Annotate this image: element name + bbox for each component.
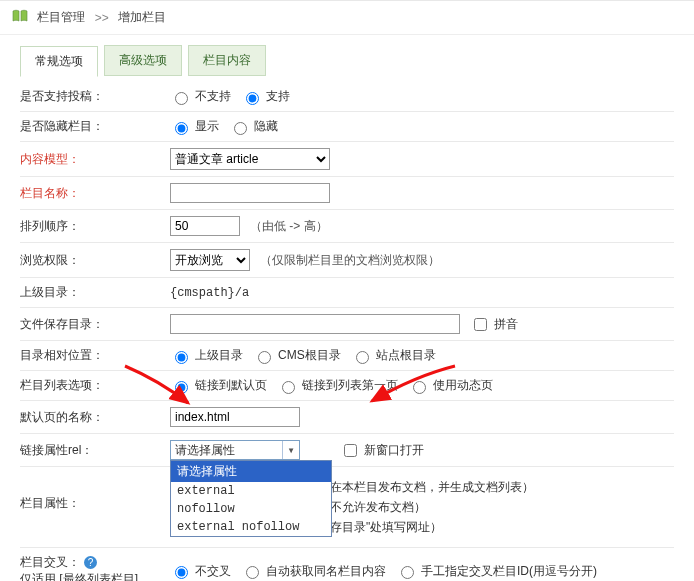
label-listopt: 栏目列表选项： <box>20 377 170 394</box>
help-icon[interactable]: ? <box>84 556 97 569</box>
label-perm: 浏览权限： <box>20 252 170 269</box>
hint-order: （由低 -> 高） <box>250 218 328 235</box>
radio-list-default[interactable]: 链接到默认页 <box>170 377 267 394</box>
radio-submit-yes[interactable]: 支持 <box>241 88 290 105</box>
breadcrumb: 栏目管理 >> 增加栏目 <box>0 1 694 35</box>
select-rel-value: 请选择属性 <box>175 442 235 459</box>
label-cross: 栏目交叉：? 仅适用 [最终列表栏目] <box>20 554 170 581</box>
attr-line-0: 在本栏目发布文档，并生成文档列表） <box>330 477 674 497</box>
label-rel: 链接属性rel： <box>20 442 170 459</box>
checkbox-pinyin[interactable]: 拼音 <box>470 315 518 334</box>
attr-line-2: 存目录"处填写网址） <box>330 517 674 537</box>
label-parent: 上级目录： <box>20 284 170 301</box>
tab-general[interactable]: 常规选项 <box>20 46 98 77</box>
input-order[interactable] <box>170 216 240 236</box>
label-cross-sub: 仅适用 [最终列表栏目] <box>20 572 138 581</box>
radio-list-dynamic[interactable]: 使用动态页 <box>408 377 493 394</box>
rel-opt-external[interactable]: external <box>171 482 331 500</box>
label-model: 内容模型： <box>20 151 170 168</box>
radio-dirpos-parent[interactable]: 上级目录 <box>170 347 243 364</box>
select-rel[interactable]: 请选择属性 ▾ <box>170 440 300 460</box>
radio-cross-auto[interactable]: 自动获取同名栏目内容 <box>241 563 386 580</box>
input-savedir[interactable] <box>170 314 460 334</box>
tab-content[interactable]: 栏目内容 <box>188 45 266 76</box>
radio-hidden-hide[interactable]: 隐藏 <box>229 118 278 135</box>
radio-cross-none[interactable]: 不交叉 <box>170 563 231 580</box>
rel-opt-external-nofollow[interactable]: external nofollow <box>171 518 331 536</box>
radio-dirpos-siteroot[interactable]: 站点根目录 <box>351 347 436 364</box>
tab-advanced[interactable]: 高级选项 <box>104 45 182 76</box>
breadcrumb-sep: >> <box>95 11 109 25</box>
radio-dirpos-cmsroot[interactable]: CMS根目录 <box>253 347 341 364</box>
checkbox-newwin[interactable]: 新窗口打开 <box>340 441 424 460</box>
input-defpage[interactable] <box>170 407 300 427</box>
select-perm[interactable]: 开放浏览 <box>170 249 250 271</box>
label-order: 排列顺序： <box>20 218 170 235</box>
radio-submit-no[interactable]: 不支持 <box>170 88 231 105</box>
dropdown-rel: 请选择属性 external nofollow external nofollo… <box>170 460 332 537</box>
rel-opt-nofollow[interactable]: nofollow <box>171 500 331 518</box>
breadcrumb-root[interactable]: 栏目管理 <box>37 10 85 24</box>
radio-hidden-show[interactable]: 显示 <box>170 118 219 135</box>
label-submit: 是否支持投稿： <box>20 88 170 105</box>
label-dirpos: 目录相对位置： <box>20 347 170 364</box>
label-hidden: 是否隐藏栏目： <box>20 118 170 135</box>
chevron-down-icon: ▾ <box>282 441 299 459</box>
tabs: 常规选项 高级选项 栏目内容 <box>20 45 674 76</box>
rel-opt-placeholder[interactable]: 请选择属性 <box>171 461 331 482</box>
hint-perm: （仅限制栏目里的文档浏览权限） <box>260 252 440 269</box>
input-name[interactable] <box>170 183 330 203</box>
label-name: 栏目名称： <box>20 185 170 202</box>
label-attr: 栏目属性： <box>20 477 170 512</box>
attr-line-1: 不允许发布文档） <box>330 497 674 517</box>
label-defpage: 默认页的名称： <box>20 409 170 426</box>
breadcrumb-current: 增加栏目 <box>118 10 166 24</box>
select-model[interactable]: 普通文章 article <box>170 148 330 170</box>
book-icon <box>12 9 28 26</box>
text-parent: {cmspath}/a <box>170 286 249 300</box>
label-savedir: 文件保存目录： <box>20 316 170 333</box>
radio-list-first[interactable]: 链接到列表第一页 <box>277 377 398 394</box>
radio-cross-manual[interactable]: 手工指定交叉栏目ID(用逗号分开) <box>396 563 597 580</box>
